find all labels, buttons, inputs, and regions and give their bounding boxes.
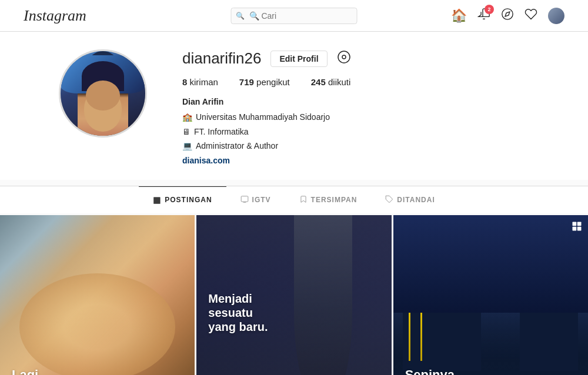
instagram-logo: Instagram <box>24 7 86 25</box>
profile-bio: Dian Arifin 🏫 Universitas Muhammadiyah S… <box>182 95 564 167</box>
profile-info: dianarifin26 Edit Profil 8 kiriman 719 p… <box>182 49 564 168</box>
avatar <box>59 49 147 138</box>
tersimpan-icon <box>299 195 308 205</box>
tab-postingan[interactable]: ▦ POSTINGAN <box>139 186 226 213</box>
post-text-3: Sepinyakampusku. <box>405 367 473 375</box>
faculty-icon: 🖥 <box>182 125 191 138</box>
role-icon: 💻 <box>182 139 192 152</box>
svg-rect-6 <box>241 196 248 202</box>
igtv-icon <box>240 195 249 205</box>
tab-ditandai[interactable]: DITANDAI <box>371 186 449 213</box>
tabs-section: ▦ POSTINGAN IGTV TERSIMPAN DITANDAI <box>0 186 588 213</box>
bio-name: Dian Arifin <box>182 95 564 108</box>
username: dianarifin26 <box>182 49 261 68</box>
edit-profile-button[interactable]: Edit Profil <box>270 51 327 67</box>
tab-postingan-label: POSTINGAN <box>165 196 212 204</box>
heart-icon[interactable] <box>524 8 537 24</box>
settings-icon[interactable] <box>337 50 351 68</box>
svg-rect-12 <box>577 227 582 231</box>
profile-stats: 8 kiriman 719 pengikut 245 diikuti <box>182 77 564 87</box>
profile-section: dianarifin26 Edit Profil 8 kiriman 719 p… <box>0 32 588 180</box>
bio-website[interactable]: dianisa.com <box>182 154 564 167</box>
profile-icon[interactable] <box>548 8 564 24</box>
svg-rect-11 <box>573 227 577 231</box>
svg-point-4 <box>338 51 350 63</box>
ditandai-icon <box>385 195 393 205</box>
notification-count: 2 <box>485 5 494 14</box>
notifications-icon[interactable]: 2 <box>477 8 490 24</box>
header-icons: 🏠 2 <box>451 8 564 24</box>
search-input[interactable] <box>231 8 358 24</box>
svg-rect-10 <box>577 222 582 226</box>
followers-stat[interactable]: 719 pengikut <box>239 77 290 87</box>
post-item-1[interactable]: Lagigabut aja. <box>0 215 195 375</box>
profile-top: dianarifin26 Edit Profil <box>182 49 564 68</box>
following-stat[interactable]: 245 diikuti <box>311 77 351 87</box>
post-text-1: Lagigabut aja. <box>12 367 72 376</box>
bio-university: 🏫 Universitas Muhammadiyah Sidoarjo <box>182 111 564 123</box>
bio-role: 💻 Administrator & Author <box>182 139 564 152</box>
multi-photo-icon <box>572 221 582 234</box>
posts-grid: Lagigabut aja. Menjadisesuatuyang baru. … <box>0 215 588 375</box>
header: Instagram 🔍 🏠 2 <box>0 0 588 32</box>
tab-tersimpan-label: TERSIMPAN <box>311 196 358 204</box>
svg-point-2 <box>502 8 513 19</box>
post-item-2[interactable]: Menjadisesuatuyang baru. <box>196 215 391 375</box>
svg-rect-9 <box>573 222 577 226</box>
tab-igtv-label: IGTV <box>252 196 271 204</box>
tab-ditandai-label: DITANDAI <box>397 196 435 204</box>
search-bar[interactable]: 🔍 <box>231 8 358 24</box>
home-icon[interactable]: 🏠 <box>451 8 467 24</box>
postingan-icon: ▦ <box>153 195 161 205</box>
website-link[interactable]: dianisa.com <box>182 154 230 167</box>
university-icon: 🏫 <box>182 111 192 123</box>
svg-marker-3 <box>505 12 510 16</box>
svg-point-5 <box>342 55 346 59</box>
tab-tersimpan[interactable]: TERSIMPAN <box>285 186 372 213</box>
search-icon: 🔍 <box>236 12 245 20</box>
posts-stat: 8 kiriman <box>182 77 218 87</box>
tab-igtv[interactable]: IGTV <box>226 186 285 213</box>
bio-faculty: 🖥 FT. Informatika <box>182 125 564 138</box>
post-item-3[interactable]: Sepinyakampusku. <box>393 215 588 375</box>
post-text-2: Menjadisesuatuyang baru. <box>208 292 268 334</box>
explore-icon[interactable] <box>501 8 514 24</box>
